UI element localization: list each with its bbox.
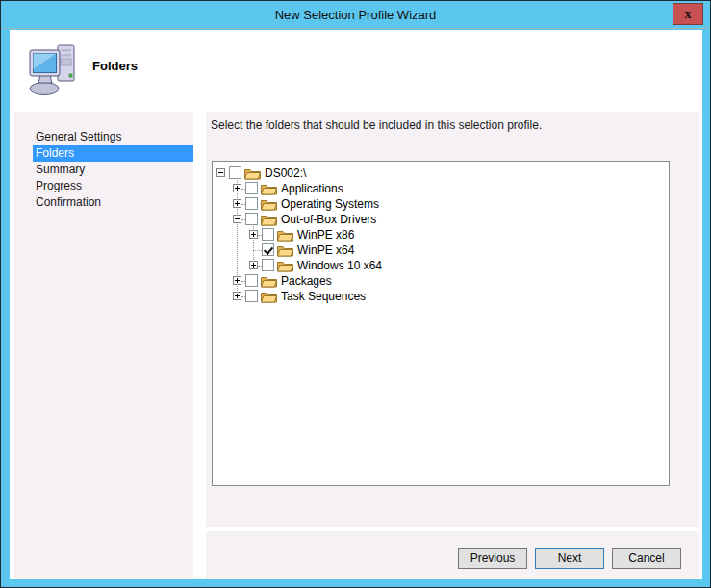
tree-label[interactable]: DS002:\ bbox=[265, 166, 306, 180]
folder-checkbox-out-of-box-drivers[interactable] bbox=[245, 213, 258, 225]
collapse-minus-icon[interactable] bbox=[233, 215, 241, 223]
tree-label[interactable]: WinPE x64 bbox=[297, 243, 354, 257]
sidebar-item-folders[interactable]: Folders bbox=[33, 145, 193, 162]
wizard-window: New Selection Profile Wizard x bbox=[0, 0, 711, 588]
header: Folders bbox=[10, 30, 702, 111]
sidebar-nav: General SettingsFoldersSummaryProgressCo… bbox=[14, 112, 193, 579]
tree-label[interactable]: Applications bbox=[281, 182, 343, 195]
tree-row-winpe-x86[interactable]: WinPE x86 bbox=[213, 227, 669, 243]
close-button[interactable]: x bbox=[673, 3, 703, 25]
wizard-body: Folders General SettingsFoldersSummaryPr… bbox=[10, 30, 702, 579]
computer-icon bbox=[29, 42, 79, 100]
folder-checkbox-task-sequences[interactable] bbox=[245, 290, 258, 302]
button-bar: PreviousNextCancel bbox=[206, 531, 699, 579]
sidebar-item-general-settings[interactable]: General Settings bbox=[14, 129, 193, 145]
sidebar-item-summary[interactable]: Summary bbox=[14, 162, 193, 178]
tree-label[interactable]: Task Sequences bbox=[281, 290, 366, 303]
window-title: New Selection Profile Wizard bbox=[275, 8, 437, 22]
instruction-text: Select the folders that should be includ… bbox=[211, 118, 542, 132]
tree-label[interactable]: Windows 10 x64 bbox=[297, 259, 382, 272]
cancel-button[interactable]: Cancel bbox=[612, 548, 681, 569]
expand-plus-icon[interactable] bbox=[233, 292, 241, 300]
folder-checkbox-ds002[interactable] bbox=[229, 166, 241, 179]
tree-label[interactable]: WinPE x86 bbox=[297, 228, 354, 242]
folder-checkbox-winpe-x64[interactable] bbox=[262, 243, 274, 256]
tree-row-windows-10-x64[interactable]: Windows 10 x64 bbox=[213, 258, 669, 273]
folder-checkbox-applications[interactable] bbox=[245, 182, 258, 194]
tree-row-operating-systems[interactable]: Operating Systems bbox=[213, 196, 669, 212]
folder-checkbox-windows-10-x64[interactable] bbox=[262, 259, 274, 271]
previous-button[interactable]: Previous bbox=[458, 548, 527, 569]
tree-label[interactable]: Packages bbox=[281, 274, 332, 288]
expand-plus-icon[interactable] bbox=[233, 184, 241, 192]
titlebar[interactable]: New Selection Profile Wizard bbox=[1, 1, 710, 29]
tree-row-packages[interactable]: Packages bbox=[213, 273, 669, 289]
folder-checkbox-winpe-x86[interactable] bbox=[262, 228, 274, 241]
folder-checkbox-packages[interactable] bbox=[245, 274, 258, 287]
folder-tree[interactable]: DS002:\ApplicationsOperating SystemsOut-… bbox=[212, 161, 670, 486]
sidebar-item-progress[interactable]: Progress bbox=[14, 178, 193, 194]
expand-plus-icon[interactable] bbox=[233, 276, 241, 285]
page-title: Folders bbox=[92, 59, 138, 73]
sidebar-item-confirmation[interactable]: Confirmation bbox=[14, 194, 193, 211]
tree-row-task-sequences[interactable]: Task Sequences bbox=[213, 289, 669, 304]
tree-row-out-of-box-drivers[interactable]: Out-of-Box Drivers bbox=[213, 212, 669, 227]
tree-label[interactable]: Operating Systems bbox=[281, 197, 379, 211]
tree-label[interactable]: Out-of-Box Drivers bbox=[281, 213, 376, 226]
folder-checkbox-operating-systems[interactable] bbox=[245, 197, 258, 210]
main-panel: Select the folders that should be includ… bbox=[206, 112, 699, 527]
tree-row-ds002[interactable]: DS002:\ bbox=[213, 166, 669, 181]
expand-plus-icon[interactable] bbox=[233, 199, 241, 208]
folder-icon bbox=[261, 290, 277, 306]
tree-row-winpe-x64[interactable]: WinPE x64 bbox=[213, 243, 669, 258]
expand-plus-icon[interactable] bbox=[249, 230, 258, 239]
collapse-minus-icon[interactable] bbox=[216, 168, 225, 177]
expand-plus-icon[interactable] bbox=[249, 261, 258, 269]
tree-row-applications[interactable]: Applications bbox=[213, 181, 669, 196]
close-icon: x bbox=[685, 7, 692, 22]
next-button[interactable]: Next bbox=[535, 548, 604, 569]
